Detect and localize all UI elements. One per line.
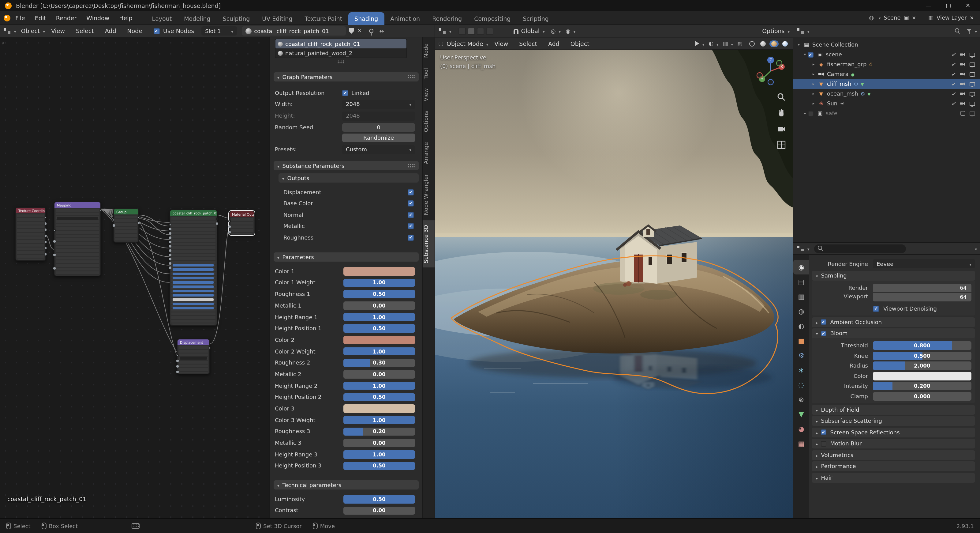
outliner-editor-type-icon[interactable] (797, 28, 804, 34)
node-texture-coordinate[interactable]: Texture Coordinate (15, 207, 46, 261)
view-toggle-3[interactable] (477, 27, 485, 35)
bloom-setting-slider[interactable]: 0.200 (873, 382, 971, 390)
view-toggle-1[interactable] (459, 27, 466, 35)
tab-particle-properties[interactable]: ∗ (793, 363, 809, 377)
slot-dropdown[interactable]: Slot 1 (201, 26, 237, 35)
properties-search-input[interactable] (815, 244, 906, 253)
parameter-slider[interactable]: 0.00 (344, 370, 415, 378)
outliner-item-label[interactable]: Camera (827, 71, 849, 77)
tab-object-properties[interactable]: ■ (793, 333, 809, 348)
viewport-editor-type-icon[interactable] (439, 28, 445, 34)
technical-parameters-header[interactable]: Technical parameters (274, 480, 419, 490)
workspace-tab[interactable]: Scripting (517, 12, 555, 25)
parameter-slider[interactable]: 1.00 (344, 416, 415, 424)
outliner-filter-caret[interactable] (975, 27, 977, 34)
properties-section-header[interactable]: Performance (812, 461, 975, 471)
properties-section-header[interactable]: Hair (812, 472, 975, 482)
viewport-visibility-icon[interactable] (970, 111, 975, 115)
viewport-menu[interactable]: Select (514, 37, 542, 51)
expand-arrow-icon[interactable]: ▸ (810, 101, 816, 106)
zoom-icon[interactable] (777, 93, 786, 102)
outliner-filter-icon[interactable] (966, 29, 972, 34)
topbar-menu-item[interactable]: Edit (30, 11, 51, 25)
workspace-tab[interactable]: UV Editing (256, 12, 298, 25)
topbar-menu-item[interactable]: File (10, 11, 30, 25)
sampling-panel-header[interactable]: Sampling (812, 271, 975, 281)
outliner-row[interactable]: ▸ ocean_msh (793, 89, 980, 99)
substance-parameters-header[interactable]: Substance Parameters (274, 161, 419, 170)
outliner-item-label[interactable]: cliff_msh (827, 81, 851, 87)
bloom-checkbox[interactable] (821, 330, 827, 336)
camera-view-icon[interactable] (777, 124, 786, 134)
parameter-slider[interactable]: 0.50 (344, 462, 415, 470)
outliner-item-label[interactable]: scene (826, 51, 842, 57)
width-dropdown[interactable]: 2048 (342, 99, 415, 109)
outliner-row[interactable]: ▸ fisherman_grp 4 (793, 59, 980, 69)
viewport-visibility-icon[interactable] (970, 82, 975, 86)
scene-selector[interactable]: Scene (884, 15, 901, 21)
shader-editor-menu[interactable]: Select (71, 24, 99, 38)
shading-rendered-button[interactable] (780, 40, 790, 47)
node-group-small[interactable]: Group (113, 208, 139, 243)
parameter-slider[interactable]: 1.00 (344, 278, 415, 287)
input-sockets[interactable] (169, 223, 171, 226)
expand-arrow-icon[interactable]: ▸ (810, 72, 816, 77)
workspace-tab[interactable]: Rendering (426, 12, 468, 25)
expand-arrow-icon[interactable]: ▸ (802, 111, 808, 116)
overlays-toggle-icon[interactable]: ▥ (722, 40, 728, 46)
tab-texture-properties[interactable]: ▦ (793, 436, 809, 451)
viewport-menu[interactable]: Object (566, 37, 594, 51)
shading-solid-button[interactable] (759, 40, 768, 47)
properties-section-header[interactable]: Motion Blur (812, 439, 975, 448)
bloom-setting-slider[interactable]: 0.000 (873, 392, 971, 401)
output-checkbox[interactable] (408, 189, 414, 195)
shader-editor-menu[interactable]: View (46, 24, 70, 38)
workspace-tab[interactable]: Sculpting (217, 12, 256, 25)
ambient-occlusion-panel-header[interactable]: Ambient Occlusion (812, 317, 975, 327)
parameter-slider[interactable]: 0.20 (344, 427, 415, 436)
properties-editor-type-icon[interactable] (797, 246, 804, 251)
bloom-setting-slider[interactable]: 2.000 (873, 361, 971, 370)
sidebar-expand-arrow[interactable]: › (2, 39, 4, 46)
outputs-header[interactable]: Outputs (278, 173, 419, 183)
parameter-slider[interactable]: 0.00 (344, 506, 415, 515)
pan-hand-icon[interactable] (777, 109, 786, 118)
sidebar-tab[interactable]: Node (423, 39, 435, 62)
parameter-slider[interactable]: 0.00 (344, 439, 415, 447)
sidebar-tab[interactable]: Substance 3D (423, 220, 435, 267)
render-visibility-icon[interactable] (960, 92, 965, 96)
topbar-menu-item[interactable]: Render (51, 11, 82, 25)
transform-orientation-dropdown[interactable]: Global (521, 27, 540, 34)
section-checkbox[interactable] (821, 429, 827, 435)
randomize-button[interactable]: Randomize (342, 134, 415, 142)
tab-physics-properties[interactable]: ◌ (793, 377, 809, 392)
displacement-field[interactable] (180, 357, 207, 360)
outliner-item-label[interactable]: fisherman_grp (827, 61, 867, 67)
options-dropdown[interactable]: Options (762, 27, 784, 34)
outliner-item-label[interactable]: safe (826, 110, 837, 116)
parameter-slider[interactable]: 1.00 (344, 382, 415, 390)
parameter-slider[interactable]: 0.50 (344, 495, 415, 503)
parameter-slider[interactable]: 1.00 (344, 450, 415, 458)
bloom-panel-header[interactable]: Bloom (812, 329, 975, 338)
color-swatch[interactable] (344, 336, 415, 344)
snap-magnet-icon[interactable] (514, 29, 519, 34)
tab-material-properties[interactable]: ◕ (793, 421, 809, 436)
pin-icon[interactable] (369, 29, 373, 33)
shader-editor-menu[interactable]: Add (100, 24, 121, 38)
material-list-item[interactable]: natural_painted_wood_2 (275, 48, 406, 57)
new-scene-icon[interactable]: ▣ (904, 15, 909, 21)
outliner-row[interactable]: ▾ scene (793, 49, 980, 59)
render-visibility-icon[interactable] (960, 53, 965, 56)
outliner-row[interactable]: ▸ Camera (793, 69, 980, 79)
outliner-item-label[interactable]: Sun (827, 101, 837, 107)
blender-menu-icon[interactable] (4, 14, 10, 21)
viewport-visibility-icon[interactable] (970, 101, 975, 106)
tab-modifier-properties[interactable]: ⚙ (793, 348, 809, 363)
selectable-check-icon[interactable] (951, 51, 956, 57)
workspace-tab[interactable]: Shading (348, 12, 384, 25)
input-sockets[interactable] (113, 219, 115, 221)
render-engine-dropdown[interactable]: Eevee (873, 259, 975, 268)
exclude-checkbox-icon[interactable] (961, 111, 965, 116)
output-checkbox[interactable] (408, 235, 414, 241)
